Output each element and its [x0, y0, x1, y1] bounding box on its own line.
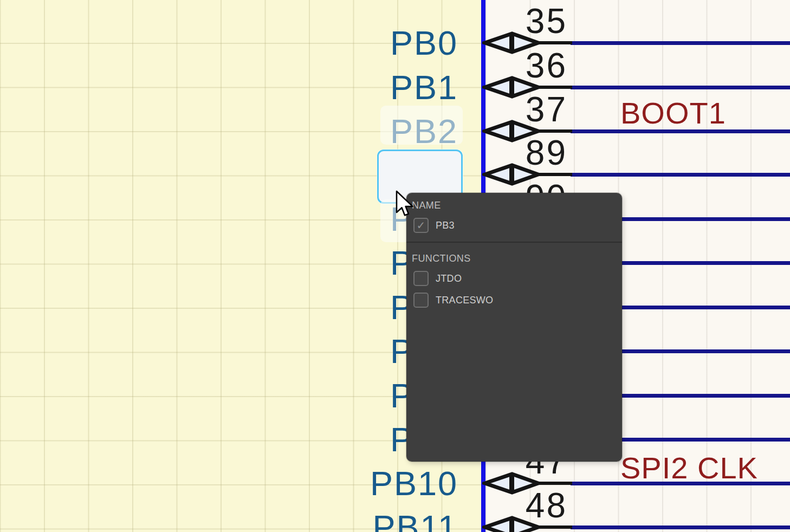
net-label[interactable]: BOOT1: [620, 99, 726, 127]
function-label: JTDO: [436, 273, 462, 284]
pin-line[interactable]: [538, 173, 572, 176]
net-label[interactable]: SPI2 CLK: [620, 454, 758, 482]
function-row: JTDO: [413, 271, 462, 286]
pin-line[interactable]: [538, 482, 572, 485]
function-checkbox-jtdo[interactable]: [413, 271, 429, 286]
pin-name[interactable]: PB10: [303, 465, 458, 501]
pin-properties-popup: NAME ✓ PB3 FUNCTIONS JTDO TRACESWO: [406, 193, 622, 462]
function-row: TRACESWO: [413, 293, 493, 308]
pin-name[interactable]: PB0: [303, 25, 458, 61]
popup-divider: [406, 242, 622, 243]
pin-name[interactable]: PB11: [303, 509, 458, 532]
name-row: ✓ PB3: [413, 218, 455, 233]
wire[interactable]: [571, 41, 790, 45]
name-checkbox[interactable]: ✓: [413, 218, 429, 233]
pin-number[interactable]: 35: [466, 6, 567, 36]
mouse-cursor-icon: [395, 190, 415, 218]
pin-number[interactable]: 48: [466, 490, 567, 521]
function-checkbox-traceswo[interactable]: [413, 293, 429, 308]
pin-line[interactable]: [538, 41, 572, 44]
name-section-label: NAME: [412, 199, 441, 211]
name-value: PB3: [436, 219, 455, 231]
functions-section-label: FUNCTIONS: [412, 252, 471, 264]
function-label: TRACESWO: [436, 294, 493, 306]
wire[interactable]: [571, 86, 790, 89]
pin-line[interactable]: [538, 129, 572, 133]
pin-name[interactable]: PB1: [303, 69, 458, 105]
pin-line[interactable]: [538, 525, 572, 529]
pin-line[interactable]: [538, 86, 572, 89]
pin-number[interactable]: 36: [466, 50, 567, 81]
pin-number[interactable]: 37: [466, 94, 567, 125]
schematic-canvas: 35 PB0 36 PB1 37 PB2 BOOT1 89 PB3 90 PB4: [0, 0, 790, 532]
check-icon: ✓: [417, 220, 426, 231]
wire[interactable]: [571, 173, 790, 177]
wire[interactable]: [571, 525, 790, 529]
pin-number[interactable]: 89: [466, 138, 567, 168]
pin-name-edit-field[interactable]: [380, 106, 463, 145]
